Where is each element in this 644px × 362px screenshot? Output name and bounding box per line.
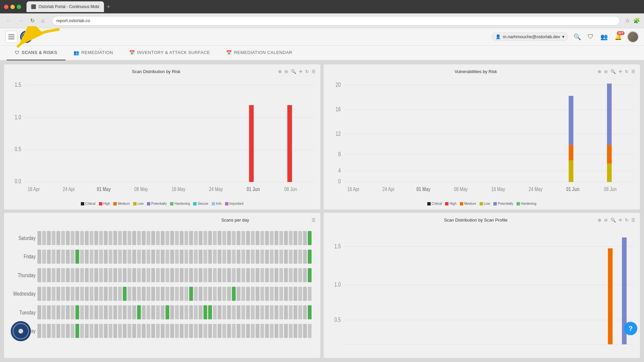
svg-rect-269 xyxy=(180,287,183,301)
chart-menu-btn-2[interactable]: ☰ xyxy=(631,68,636,75)
svg-rect-409 xyxy=(293,324,297,338)
help-button[interactable]: ? xyxy=(624,322,637,335)
svg-rect-52 xyxy=(607,164,612,182)
active-tab[interactable]: Ostorlab Portal - Continuous Mobi xyxy=(26,1,104,12)
svg-rect-392 xyxy=(213,324,217,338)
svg-rect-81 xyxy=(113,231,117,245)
chart-minus-btn-4[interactable]: ⊖ xyxy=(603,217,608,223)
svg-rect-84 xyxy=(127,231,131,245)
chart-move-btn-2[interactable]: ✛ xyxy=(618,68,623,75)
chart-menu-btn-4[interactable]: ☰ xyxy=(631,217,636,223)
chart-plus-btn-2[interactable]: ⊕ xyxy=(597,68,602,75)
svg-rect-343 xyxy=(256,305,259,319)
chart-zoom-btn-2[interactable]: 🔍 xyxy=(610,68,616,75)
svg-rect-310 xyxy=(99,305,103,319)
svg-rect-103 xyxy=(218,231,221,245)
tab-inventory[interactable]: 📅 INVENTORY & ATTACK SURFACE xyxy=(121,46,218,60)
svg-rect-73 xyxy=(75,231,79,245)
main-tabs: 🛡 SCANS & RISKS 👥 REMEDIATION 📅 INVENTOR… xyxy=(0,46,644,60)
extensions-icon[interactable]: 🧩 xyxy=(633,17,640,24)
svg-rect-408 xyxy=(289,324,292,338)
minimize-button[interactable] xyxy=(10,5,15,9)
chart-plus-btn-1[interactable]: ⊕ xyxy=(277,68,282,75)
svg-rect-19 xyxy=(99,202,102,205)
vulnerabilities-by-risk-chart: Vulnerabilities by Risk ⊕ ⊖ 🔍 ✛ ↻ ☰ 20 1… xyxy=(324,64,640,209)
tab-remediation[interactable]: 👥 REMEDIATION xyxy=(65,46,121,60)
svg-rect-105 xyxy=(227,231,231,245)
svg-rect-153 xyxy=(180,250,183,264)
bookmark-icon[interactable]: ☆ xyxy=(625,17,630,24)
chart-zoom-btn-1[interactable]: 🔍 xyxy=(290,68,297,75)
chart-refresh-btn-1[interactable]: ↻ xyxy=(305,68,310,75)
chart-menu-btn-1[interactable]: ☰ xyxy=(311,68,316,75)
chart-menu-btn-3[interactable]: ☰ xyxy=(311,217,316,223)
shield-button[interactable]: 🛡 xyxy=(586,32,595,42)
chart-move-btn-4[interactable]: ✛ xyxy=(618,217,623,223)
people-button[interactable]: 👥 xyxy=(599,32,609,42)
svg-rect-327 xyxy=(180,305,183,319)
svg-rect-80 xyxy=(109,231,112,245)
svg-rect-225 xyxy=(246,268,250,282)
svg-rect-387 xyxy=(189,324,193,338)
svg-rect-336 xyxy=(222,305,226,319)
svg-rect-367 xyxy=(94,324,98,338)
search-button[interactable]: 🔍 xyxy=(572,32,582,42)
notification-button[interactable]: 🔔 377 xyxy=(613,32,623,42)
tab-scans-risks[interactable]: 🛡 SCANS & RISKS xyxy=(7,46,65,60)
refresh-button[interactable]: ↻ xyxy=(28,16,37,25)
chart-header-1: Scan Distribution by Risk ⊕ ⊖ 🔍 ✛ ↻ ☰ xyxy=(8,68,316,75)
svg-rect-217 xyxy=(208,268,212,282)
chart-move-btn-1[interactable]: ✛ xyxy=(298,68,303,75)
chart-minus-btn-2[interactable]: ⊖ xyxy=(603,68,608,75)
svg-text:16 Apr: 16 Apr xyxy=(28,186,40,192)
chart-plus-btn-4[interactable]: ⊕ xyxy=(597,217,602,223)
svg-rect-373 xyxy=(123,324,126,338)
svg-rect-98 xyxy=(194,231,198,245)
svg-rect-152 xyxy=(175,250,179,264)
svg-rect-195 xyxy=(104,268,108,282)
menu-button[interactable] xyxy=(5,31,17,43)
svg-rect-288 xyxy=(270,287,273,301)
svg-text:01 Jun: 01 Jun xyxy=(566,186,580,192)
back-button[interactable]: ← xyxy=(4,16,13,25)
svg-rect-291 xyxy=(284,287,288,301)
chart-minus-btn-1[interactable]: ⊖ xyxy=(284,68,289,75)
svg-rect-167 xyxy=(246,250,250,264)
svg-rect-76 xyxy=(90,231,93,245)
svg-rect-308 xyxy=(90,305,93,319)
legend-high-2: High xyxy=(445,202,457,205)
svg-rect-78 xyxy=(99,231,103,245)
close-button[interactable] xyxy=(4,5,8,9)
user-icon: 👤 xyxy=(495,34,501,39)
scan-profile-svg: 1.5 1.0 0.5 xyxy=(328,226,636,354)
chart-refresh-btn-2[interactable]: ↻ xyxy=(624,68,629,75)
svg-rect-402 xyxy=(260,324,264,338)
svg-rect-366 xyxy=(90,324,93,338)
app-header: 👤 m.narhmouche@ostorlab.dev ▾ 🔍 🛡 👥 🔔 37… xyxy=(0,28,644,46)
new-tab-button[interactable]: + xyxy=(104,3,113,10)
svg-rect-262 xyxy=(147,287,150,301)
svg-rect-173 xyxy=(275,250,278,264)
svg-rect-149 xyxy=(161,250,164,264)
svg-rect-207 xyxy=(161,268,164,282)
svg-rect-75 xyxy=(85,231,89,245)
user-dropdown[interactable]: 👤 m.narhmouche@ostorlab.dev ▾ xyxy=(492,33,568,41)
svg-rect-74 xyxy=(80,231,84,245)
maximize-button[interactable] xyxy=(17,5,21,9)
inventory-tab-icon: 📅 xyxy=(129,50,135,55)
svg-rect-251 xyxy=(94,287,98,301)
tab-calendar[interactable]: 📅 REMEDIATION CALENDAR xyxy=(218,46,300,60)
avatar[interactable] xyxy=(627,31,639,43)
address-bar[interactable]: report.ostorlab.co xyxy=(52,16,620,25)
svg-rect-205 xyxy=(151,268,155,282)
chart-zoom-btn-4[interactable]: 🔍 xyxy=(610,217,616,223)
forward-button[interactable]: → xyxy=(16,16,25,25)
home-button[interactable]: ⌂ xyxy=(39,16,47,25)
legend-potentially-2: Potentially xyxy=(493,202,513,205)
svg-rect-389 xyxy=(199,324,202,338)
chart-refresh-btn-4[interactable]: ↻ xyxy=(624,217,629,223)
svg-rect-184 xyxy=(52,268,55,282)
svg-text:0.5: 0.5 xyxy=(334,316,341,323)
svg-rect-87 xyxy=(142,231,146,245)
svg-rect-410 xyxy=(298,324,302,338)
